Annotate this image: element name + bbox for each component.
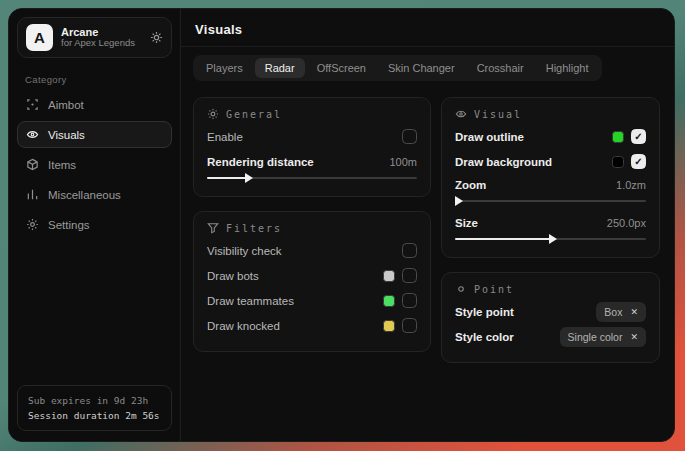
rendering-distance-slider[interactable] <box>207 173 417 183</box>
enable-row: Enable ✓ <box>207 124 417 149</box>
tab-skin-changer[interactable]: Skin Changer <box>378 58 465 78</box>
draw-background-color-swatch[interactable] <box>612 156 624 168</box>
close-icon[interactable]: ✕ <box>630 307 638 317</box>
main-area: Visuals Players Radar OffScreen Skin Cha… <box>181 9 674 441</box>
size-slider[interactable] <box>455 234 646 244</box>
check-icon: ✓ <box>634 132 642 142</box>
draw-knocked-color-swatch[interactable] <box>383 320 395 332</box>
eye-icon <box>455 108 467 120</box>
content: General Enable ✓ Rendering distance 100m <box>181 81 674 363</box>
tab-players[interactable]: Players <box>196 58 253 78</box>
size-label: Size <box>455 217 478 229</box>
tabs-row: Players Radar OffScreen Skin Changer Cro… <box>181 47 674 81</box>
sidebar-item-label: Aimbot <box>48 99 84 111</box>
tab-radar[interactable]: Radar <box>255 58 305 78</box>
general-gear-icon <box>207 108 219 120</box>
style-color-row: Style color Single color ✕ <box>455 324 646 349</box>
point-dot-icon <box>455 283 467 295</box>
slider-thumb[interactable] <box>455 196 463 206</box>
visibility-check-row: Visibility check ✓ <box>207 238 417 263</box>
style-point-row: Style point Box ✕ <box>455 299 646 324</box>
tab-offscreen[interactable]: OffScreen <box>307 58 376 78</box>
draw-knocked-label: Draw knocked <box>207 320 280 332</box>
sidebar-item-visuals[interactable]: Visuals <box>17 121 172 148</box>
sub-expiry-text: Sub expires in 9d 23h <box>28 393 161 408</box>
sidebar-item-settings[interactable]: Settings <box>17 211 172 238</box>
sidebar-nav: Aimbot Visuals Items <box>9 91 180 238</box>
app-subtitle: for Apex Legends <box>61 38 142 49</box>
sidebar: A Arcane for Apex Legends Category <box>9 9 181 441</box>
draw-teammates-color-swatch[interactable] <box>383 295 395 307</box>
brand-text: Arcane for Apex Legends <box>61 26 142 50</box>
draw-outline-color-swatch[interactable] <box>612 131 624 143</box>
general-card-title: General <box>226 109 282 120</box>
draw-background-label: Draw background <box>455 156 552 168</box>
session-duration-text: Session duration 2m 56s <box>28 408 161 423</box>
draw-teammates-label: Draw teammates <box>207 295 294 307</box>
point-card-header: Point <box>455 283 646 295</box>
right-column: Visual Draw outline ✓ Draw background <box>441 97 660 363</box>
gear-icon <box>26 218 39 231</box>
draw-bots-label: Draw bots <box>207 270 259 282</box>
sidebar-item-label: Items <box>48 159 76 171</box>
draw-background-row: Draw background ✓ <box>455 149 646 174</box>
draw-teammates-row: Draw teammates ✓ <box>207 288 417 313</box>
visibility-check-label: Visibility check <box>207 245 282 257</box>
app-logo: A <box>26 24 53 51</box>
category-label: Category <box>25 74 180 85</box>
sidebar-item-aimbot[interactable]: Aimbot <box>17 91 172 118</box>
style-point-select[interactable]: Box ✕ <box>596 302 646 322</box>
draw-knocked-row: Draw knocked ✓ <box>207 313 417 338</box>
draw-knocked-checkbox[interactable]: ✓ <box>402 318 417 333</box>
draw-background-checkbox[interactable]: ✓ <box>631 154 646 169</box>
tab-bar: Players Radar OffScreen Skin Changer Cro… <box>193 55 602 81</box>
close-icon[interactable]: ✕ <box>630 332 638 342</box>
cube-icon <box>26 158 39 171</box>
enable-label: Enable <box>207 131 243 143</box>
zoom-value: 1.0zm <box>616 179 646 191</box>
draw-outline-row: Draw outline ✓ <box>455 124 646 149</box>
crosshair-icon <box>26 98 39 111</box>
style-color-value: Single color <box>568 331 623 343</box>
zoom-slider[interactable] <box>455 196 646 206</box>
eye-scan-icon <box>26 128 39 141</box>
filters-card-header: Filters <box>207 222 417 234</box>
size-value: 250.0px <box>607 217 646 229</box>
zoom-label: Zoom <box>455 179 486 191</box>
style-point-value: Box <box>604 306 622 318</box>
sidebar-item-items[interactable]: Items <box>17 151 172 178</box>
sidebar-item-label: Settings <box>48 219 90 231</box>
brand-card: A Arcane for Apex Legends <box>17 17 172 58</box>
general-card-header: General <box>207 108 417 120</box>
tab-highlight[interactable]: Highlight <box>536 58 599 78</box>
sidebar-item-label: Miscellaneous <box>48 189 121 201</box>
zoom-group: Zoom 1.0zm <box>455 176 646 206</box>
rendering-distance-label: Rendering distance <box>207 156 314 168</box>
general-card: General Enable ✓ Rendering distance 100m <box>193 97 431 197</box>
brand-gear-icon[interactable] <box>150 31 163 44</box>
check-icon: ✓ <box>634 157 642 167</box>
slider-thumb[interactable] <box>549 234 557 244</box>
enable-checkbox[interactable]: ✓ <box>402 129 417 144</box>
draw-bots-checkbox[interactable]: ✓ <box>402 268 417 283</box>
visual-card-header: Visual <box>455 108 646 120</box>
tab-crosshair[interactable]: Crosshair <box>467 58 534 78</box>
draw-bots-color-swatch[interactable] <box>383 270 395 282</box>
filters-card-title: Filters <box>226 223 282 234</box>
bars-icon <box>26 188 39 201</box>
sidebar-item-miscellaneous[interactable]: Miscellaneous <box>17 181 172 208</box>
slider-thumb[interactable] <box>245 173 253 183</box>
draw-bots-row: Draw bots ✓ <box>207 263 417 288</box>
sidebar-item-label: Visuals <box>48 129 85 141</box>
draw-outline-checkbox[interactable]: ✓ <box>631 129 646 144</box>
rendering-distance-value: 100m <box>389 156 417 168</box>
filters-card: Filters Visibility check ✓ Draw bots ✓ <box>193 211 431 352</box>
visual-card: Visual Draw outline ✓ Draw background <box>441 97 660 258</box>
draw-teammates-checkbox[interactable]: ✓ <box>402 293 417 308</box>
app-window: A Arcane for Apex Legends Category <box>8 8 675 442</box>
rendering-distance-group: Rendering distance 100m <box>207 153 417 183</box>
visibility-check-checkbox[interactable]: ✓ <box>402 243 417 258</box>
style-color-select[interactable]: Single color ✕ <box>560 327 646 347</box>
subscription-info-box: Sub expires in 9d 23h Session duration 2… <box>17 385 172 431</box>
left-column: General Enable ✓ Rendering distance 100m <box>193 97 431 352</box>
